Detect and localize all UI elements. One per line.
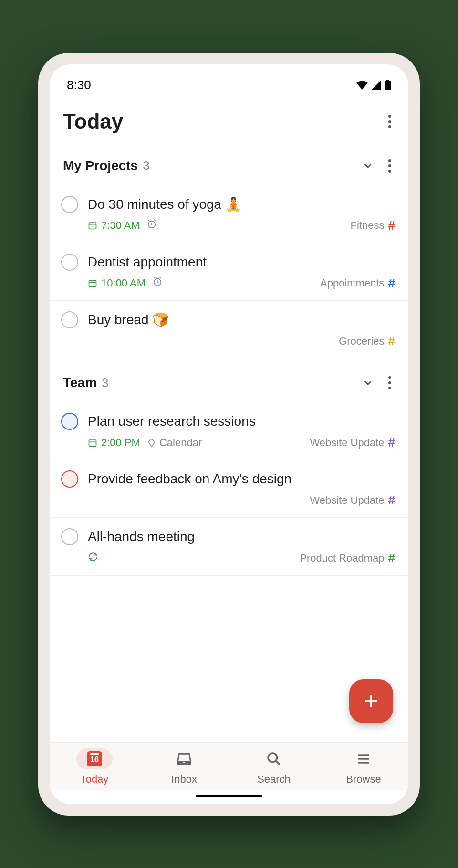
hash-icon: #	[388, 334, 395, 348]
task-title: Dentist appointment	[88, 253, 395, 271]
task-row[interactable]: Buy bread 🍞 Groceries #	[50, 300, 408, 358]
hash-icon: #	[388, 435, 395, 450]
task-project: Website Update	[310, 494, 384, 507]
task-project: Product Roadmap	[300, 552, 384, 564]
task-time: 2:00 PM	[88, 437, 140, 449]
svg-line-6	[152, 225, 153, 225]
chevron-down-icon[interactable]	[362, 377, 374, 389]
add-task-button[interactable]	[349, 679, 393, 723]
svg-line-7	[148, 220, 149, 221]
bottom-nav: 16 Today Inbox Search Browse	[50, 742, 408, 790]
task-checkbox[interactable]	[61, 470, 78, 488]
today-icon: 16	[87, 751, 102, 766]
svg-line-21	[276, 761, 280, 765]
page-title: Today	[63, 110, 123, 133]
task-row[interactable]: Dentist appointment 10:00 AM Appointment…	[50, 243, 408, 300]
svg-line-8	[154, 220, 155, 221]
plus-icon	[363, 693, 380, 710]
nav-label: Today	[81, 773, 109, 786]
signal-icon	[371, 80, 382, 90]
task-checkbox[interactable]	[61, 254, 78, 271]
nav-label: Inbox	[171, 773, 197, 786]
svg-rect-1	[386, 80, 389, 81]
task-checkbox[interactable]	[61, 413, 78, 430]
alarm-icon	[152, 276, 163, 290]
inbox-icon	[177, 751, 192, 766]
section-title: Team	[63, 375, 97, 390]
nav-browse[interactable]: Browse	[319, 748, 408, 786]
task-list: My Projects 3 Do 30 minutes of yoga 🧘 7:…	[50, 147, 408, 742]
task-row[interactable]: Do 30 minutes of yoga 🧘 7:30 AM Fitness …	[50, 185, 408, 243]
task-title: Provide feedback on Amy's design	[88, 470, 395, 488]
search-icon	[266, 751, 281, 766]
task-project: Fitness	[351, 219, 385, 232]
menu-icon	[356, 751, 371, 766]
wifi-icon	[356, 80, 368, 90]
chevron-down-icon[interactable]	[362, 160, 374, 172]
task-title: Do 30 minutes of yoga 🧘	[88, 195, 395, 214]
nav-label: Browse	[346, 773, 381, 786]
battery-icon	[385, 80, 391, 90]
svg-rect-9	[89, 281, 96, 287]
task-project: Website Update	[310, 437, 384, 449]
tag-icon	[147, 438, 156, 448]
task-row[interactable]: Plan user research sessions 2:00 PM Cale…	[50, 402, 408, 460]
task-project: Appointments	[320, 277, 385, 289]
svg-line-13	[157, 282, 159, 283]
nav-inbox[interactable]: Inbox	[139, 748, 229, 786]
section-more-button[interactable]	[385, 155, 395, 176]
task-row[interactable]: All-hands meeting Product Roadmap #	[50, 517, 408, 575]
svg-line-15	[160, 277, 161, 278]
section-count: 3	[102, 376, 108, 390]
svg-line-14	[154, 277, 156, 278]
task-title: Plan user research sessions	[88, 412, 395, 430]
task-title: Buy bread 🍞	[88, 310, 395, 329]
section-title: My Projects	[63, 158, 138, 174]
task-label: Calendar	[147, 437, 202, 449]
svg-rect-0	[385, 81, 391, 90]
task-title: All-hands meeting	[88, 527, 395, 546]
page-header: Today	[50, 100, 408, 147]
task-row[interactable]: Provide feedback on Amy's design Website…	[50, 460, 408, 517]
recurring-icon	[88, 551, 98, 565]
nav-today[interactable]: 16 Today	[50, 748, 139, 786]
section-more-button[interactable]	[385, 372, 395, 393]
task-time: 10:00 AM	[88, 277, 146, 289]
svg-rect-2	[89, 223, 96, 229]
home-indicator[interactable]	[196, 795, 262, 797]
hash-icon: #	[388, 276, 395, 291]
header-more-button[interactable]	[385, 111, 395, 132]
calendar-icon	[88, 221, 97, 230]
hash-icon: #	[388, 218, 395, 233]
task-checkbox[interactable]	[61, 528, 78, 545]
svg-point-20	[268, 753, 277, 762]
status-icons	[356, 80, 391, 90]
calendar-icon	[88, 438, 97, 448]
nav-label: Search	[257, 773, 291, 786]
calendar-icon	[88, 278, 97, 288]
nav-search[interactable]: Search	[229, 748, 319, 786]
status-bar: 8:30	[50, 64, 408, 100]
svg-rect-16	[89, 440, 96, 446]
task-checkbox[interactable]	[61, 311, 78, 328]
task-time: 7:30 AM	[88, 219, 140, 232]
section-header-team[interactable]: Team 3	[50, 364, 408, 402]
status-time: 8:30	[67, 78, 91, 92]
task-project: Groceries	[339, 335, 384, 347]
task-checkbox[interactable]	[61, 196, 78, 213]
hash-icon: #	[388, 551, 395, 566]
alarm-icon	[146, 219, 157, 232]
section-header-my-projects[interactable]: My Projects 3	[50, 147, 408, 185]
section-count: 3	[143, 158, 149, 173]
hash-icon: #	[388, 493, 395, 508]
